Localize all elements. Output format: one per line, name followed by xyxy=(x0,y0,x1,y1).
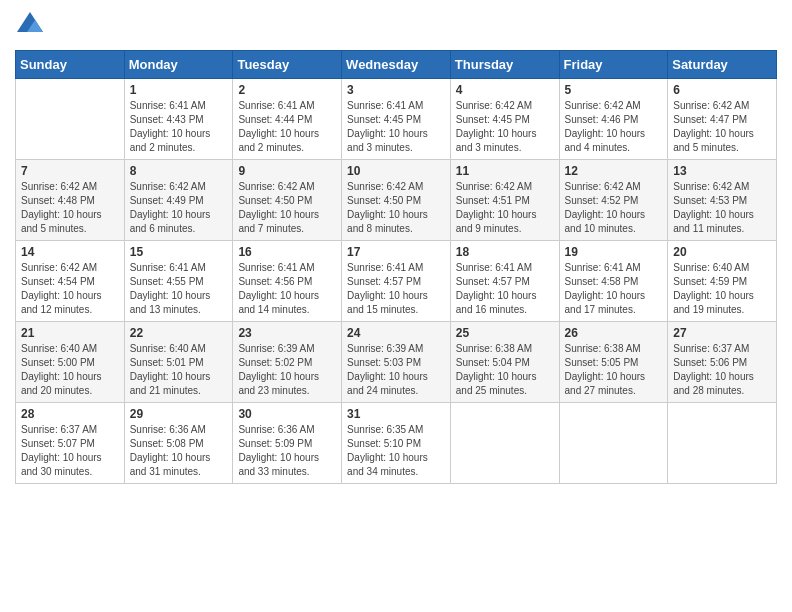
day-info: Sunrise: 6:42 AM Sunset: 4:52 PM Dayligh… xyxy=(565,180,663,236)
calendar-cell: 24Sunrise: 6:39 AM Sunset: 5:03 PM Dayli… xyxy=(342,322,451,403)
calendar-cell: 25Sunrise: 6:38 AM Sunset: 5:04 PM Dayli… xyxy=(450,322,559,403)
calendar-cell xyxy=(559,403,668,484)
calendar-cell: 1Sunrise: 6:41 AM Sunset: 4:43 PM Daylig… xyxy=(124,79,233,160)
calendar-cell: 19Sunrise: 6:41 AM Sunset: 4:58 PM Dayli… xyxy=(559,241,668,322)
calendar-week-row: 14Sunrise: 6:42 AM Sunset: 4:54 PM Dayli… xyxy=(16,241,777,322)
calendar-cell: 30Sunrise: 6:36 AM Sunset: 5:09 PM Dayli… xyxy=(233,403,342,484)
calendar-cell xyxy=(668,403,777,484)
day-number: 19 xyxy=(565,245,663,259)
calendar-cell: 12Sunrise: 6:42 AM Sunset: 4:52 PM Dayli… xyxy=(559,160,668,241)
day-number: 25 xyxy=(456,326,554,340)
calendar-cell: 13Sunrise: 6:42 AM Sunset: 4:53 PM Dayli… xyxy=(668,160,777,241)
day-info: Sunrise: 6:42 AM Sunset: 4:53 PM Dayligh… xyxy=(673,180,771,236)
calendar-cell: 11Sunrise: 6:42 AM Sunset: 4:51 PM Dayli… xyxy=(450,160,559,241)
weekday-header-friday: Friday xyxy=(559,51,668,79)
day-info: Sunrise: 6:38 AM Sunset: 5:04 PM Dayligh… xyxy=(456,342,554,398)
calendar-cell: 22Sunrise: 6:40 AM Sunset: 5:01 PM Dayli… xyxy=(124,322,233,403)
day-info: Sunrise: 6:42 AM Sunset: 4:45 PM Dayligh… xyxy=(456,99,554,155)
day-number: 14 xyxy=(21,245,119,259)
logo-icon xyxy=(15,10,45,40)
calendar-cell: 26Sunrise: 6:38 AM Sunset: 5:05 PM Dayli… xyxy=(559,322,668,403)
day-number: 24 xyxy=(347,326,445,340)
page-container: SundayMondayTuesdayWednesdayThursdayFrid… xyxy=(0,0,792,499)
day-number: 10 xyxy=(347,164,445,178)
day-number: 26 xyxy=(565,326,663,340)
day-number: 1 xyxy=(130,83,228,97)
day-info: Sunrise: 6:39 AM Sunset: 5:02 PM Dayligh… xyxy=(238,342,336,398)
weekday-header-thursday: Thursday xyxy=(450,51,559,79)
day-info: Sunrise: 6:42 AM Sunset: 4:51 PM Dayligh… xyxy=(456,180,554,236)
calendar-table: SundayMondayTuesdayWednesdayThursdayFrid… xyxy=(15,50,777,484)
calendar-week-row: 28Sunrise: 6:37 AM Sunset: 5:07 PM Dayli… xyxy=(16,403,777,484)
day-info: Sunrise: 6:36 AM Sunset: 5:08 PM Dayligh… xyxy=(130,423,228,479)
calendar-cell: 3Sunrise: 6:41 AM Sunset: 4:45 PM Daylig… xyxy=(342,79,451,160)
day-number: 13 xyxy=(673,164,771,178)
calendar-cell: 5Sunrise: 6:42 AM Sunset: 4:46 PM Daylig… xyxy=(559,79,668,160)
day-number: 22 xyxy=(130,326,228,340)
day-number: 3 xyxy=(347,83,445,97)
day-number: 28 xyxy=(21,407,119,421)
day-info: Sunrise: 6:42 AM Sunset: 4:50 PM Dayligh… xyxy=(238,180,336,236)
day-number: 8 xyxy=(130,164,228,178)
weekday-header-monday: Monday xyxy=(124,51,233,79)
day-number: 16 xyxy=(238,245,336,259)
day-number: 15 xyxy=(130,245,228,259)
day-info: Sunrise: 6:40 AM Sunset: 4:59 PM Dayligh… xyxy=(673,261,771,317)
calendar-cell: 4Sunrise: 6:42 AM Sunset: 4:45 PM Daylig… xyxy=(450,79,559,160)
calendar-cell xyxy=(16,79,125,160)
calendar-cell: 31Sunrise: 6:35 AM Sunset: 5:10 PM Dayli… xyxy=(342,403,451,484)
logo xyxy=(15,10,49,40)
calendar-cell: 21Sunrise: 6:40 AM Sunset: 5:00 PM Dayli… xyxy=(16,322,125,403)
calendar-body: 1Sunrise: 6:41 AM Sunset: 4:43 PM Daylig… xyxy=(16,79,777,484)
day-number: 20 xyxy=(673,245,771,259)
calendar-cell: 10Sunrise: 6:42 AM Sunset: 4:50 PM Dayli… xyxy=(342,160,451,241)
day-number: 12 xyxy=(565,164,663,178)
calendar-cell: 20Sunrise: 6:40 AM Sunset: 4:59 PM Dayli… xyxy=(668,241,777,322)
calendar-cell: 9Sunrise: 6:42 AM Sunset: 4:50 PM Daylig… xyxy=(233,160,342,241)
day-info: Sunrise: 6:40 AM Sunset: 5:01 PM Dayligh… xyxy=(130,342,228,398)
calendar-cell: 17Sunrise: 6:41 AM Sunset: 4:57 PM Dayli… xyxy=(342,241,451,322)
day-number: 7 xyxy=(21,164,119,178)
calendar-cell: 27Sunrise: 6:37 AM Sunset: 5:06 PM Dayli… xyxy=(668,322,777,403)
day-info: Sunrise: 6:42 AM Sunset: 4:54 PM Dayligh… xyxy=(21,261,119,317)
calendar-cell: 29Sunrise: 6:36 AM Sunset: 5:08 PM Dayli… xyxy=(124,403,233,484)
day-number: 27 xyxy=(673,326,771,340)
day-number: 9 xyxy=(238,164,336,178)
calendar-cell: 8Sunrise: 6:42 AM Sunset: 4:49 PM Daylig… xyxy=(124,160,233,241)
day-info: Sunrise: 6:42 AM Sunset: 4:47 PM Dayligh… xyxy=(673,99,771,155)
calendar-week-row: 21Sunrise: 6:40 AM Sunset: 5:00 PM Dayli… xyxy=(16,322,777,403)
weekday-header-tuesday: Tuesday xyxy=(233,51,342,79)
day-info: Sunrise: 6:42 AM Sunset: 4:50 PM Dayligh… xyxy=(347,180,445,236)
day-info: Sunrise: 6:40 AM Sunset: 5:00 PM Dayligh… xyxy=(21,342,119,398)
day-info: Sunrise: 6:37 AM Sunset: 5:06 PM Dayligh… xyxy=(673,342,771,398)
calendar-week-row: 7Sunrise: 6:42 AM Sunset: 4:48 PM Daylig… xyxy=(16,160,777,241)
calendar-cell: 7Sunrise: 6:42 AM Sunset: 4:48 PM Daylig… xyxy=(16,160,125,241)
day-info: Sunrise: 6:41 AM Sunset: 4:55 PM Dayligh… xyxy=(130,261,228,317)
calendar-cell xyxy=(450,403,559,484)
calendar-cell: 6Sunrise: 6:42 AM Sunset: 4:47 PM Daylig… xyxy=(668,79,777,160)
day-info: Sunrise: 6:41 AM Sunset: 4:57 PM Dayligh… xyxy=(347,261,445,317)
day-number: 17 xyxy=(347,245,445,259)
day-info: Sunrise: 6:42 AM Sunset: 4:48 PM Dayligh… xyxy=(21,180,119,236)
calendar-cell: 18Sunrise: 6:41 AM Sunset: 4:57 PM Dayli… xyxy=(450,241,559,322)
calendar-header: SundayMondayTuesdayWednesdayThursdayFrid… xyxy=(16,51,777,79)
day-info: Sunrise: 6:39 AM Sunset: 5:03 PM Dayligh… xyxy=(347,342,445,398)
day-number: 29 xyxy=(130,407,228,421)
day-info: Sunrise: 6:41 AM Sunset: 4:44 PM Dayligh… xyxy=(238,99,336,155)
day-number: 31 xyxy=(347,407,445,421)
calendar-cell: 23Sunrise: 6:39 AM Sunset: 5:02 PM Dayli… xyxy=(233,322,342,403)
day-number: 18 xyxy=(456,245,554,259)
day-number: 30 xyxy=(238,407,336,421)
day-number: 6 xyxy=(673,83,771,97)
day-info: Sunrise: 6:41 AM Sunset: 4:58 PM Dayligh… xyxy=(565,261,663,317)
day-info: Sunrise: 6:37 AM Sunset: 5:07 PM Dayligh… xyxy=(21,423,119,479)
day-number: 5 xyxy=(565,83,663,97)
day-number: 4 xyxy=(456,83,554,97)
weekday-header-sunday: Sunday xyxy=(16,51,125,79)
day-number: 11 xyxy=(456,164,554,178)
day-info: Sunrise: 6:41 AM Sunset: 4:43 PM Dayligh… xyxy=(130,99,228,155)
calendar-cell: 14Sunrise: 6:42 AM Sunset: 4:54 PM Dayli… xyxy=(16,241,125,322)
weekday-header-row: SundayMondayTuesdayWednesdayThursdayFrid… xyxy=(16,51,777,79)
day-number: 23 xyxy=(238,326,336,340)
calendar-cell: 28Sunrise: 6:37 AM Sunset: 5:07 PM Dayli… xyxy=(16,403,125,484)
